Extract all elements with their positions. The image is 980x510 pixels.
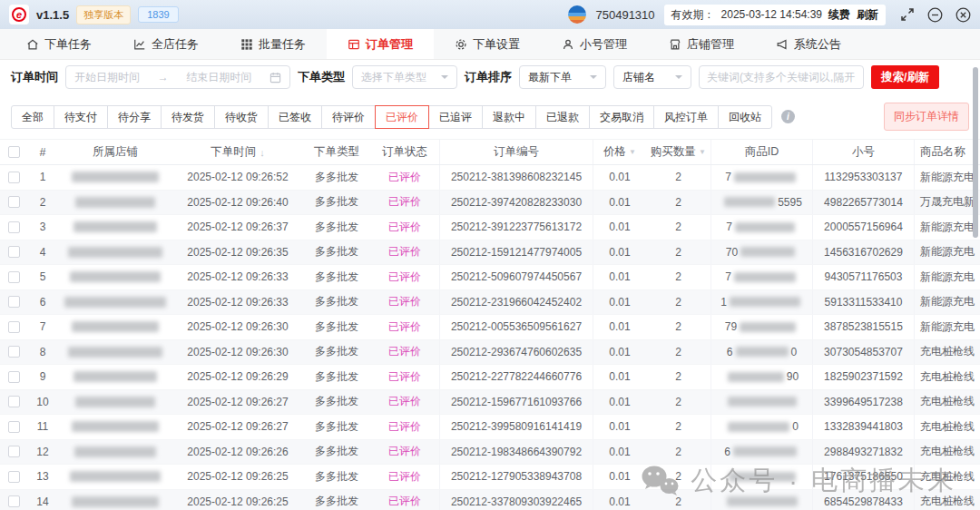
shop-name-select[interactable]: 店铺名 [613, 65, 691, 89]
order-type-label: 下单类型 [298, 69, 345, 85]
col-price: 价格▼ [593, 140, 646, 164]
quantity: 2 [646, 191, 711, 215]
refresh-link[interactable]: 刷新 [857, 7, 878, 23]
table-row: 10 2025-02-12 09:26:27 多多批发 已评价 250212-1… [0, 390, 980, 416]
order-type: 多多批发 [303, 340, 370, 365]
order-type-select[interactable]: 选择下单类型 [352, 65, 457, 89]
row-checkbox[interactable] [8, 495, 20, 507]
nav-item-order-settings[interactable]: 下单设置 [434, 29, 541, 59]
row-checkbox[interactable] [8, 446, 20, 457]
status-tab-4[interactable]: 待收货 [214, 105, 269, 129]
product-name: 新能源充电 [915, 290, 980, 315]
close-icon[interactable] [956, 7, 971, 23]
order-type: 多多批发 [303, 415, 370, 439]
sort-desc-icon[interactable]: ↓ [260, 147, 265, 158]
alt-account-id: 1456316702629 [813, 240, 915, 265]
logo-e-icon: e [12, 7, 26, 22]
row-checkbox[interactable] [8, 321, 20, 333]
product-id-censored: 79 [711, 315, 813, 339]
nav-item-order-management[interactable]: 订单管理 [327, 29, 434, 59]
nav-item-order-task[interactable]: 下单任务 [5, 29, 113, 59]
end-date-placeholder: 结束日期时间 [186, 70, 251, 85]
price: 0.01 [593, 165, 646, 190]
store-name-censored [58, 240, 172, 265]
table-row: 11 2025-02-12 09:26:27 多多批发 已评价 250212-3… [0, 415, 980, 440]
price: 0.01 [593, 315, 646, 339]
quantity: 2 [646, 440, 711, 465]
status-tab-13[interactable]: 回收站 [718, 105, 772, 129]
row-index: 11 [27, 415, 58, 439]
date-range-picker[interactable]: 开始日期时间 → 结束日期时间 [65, 65, 290, 89]
search-refresh-button[interactable]: 搜索/刷新 [871, 65, 939, 89]
row-checkbox[interactable] [8, 271, 20, 283]
status-tab-3[interactable]: 待发货 [161, 105, 215, 129]
nav-item-batch-task[interactable]: 批量任务 [220, 29, 327, 59]
product-name: 充电桩枪线 [915, 415, 980, 439]
status-tab-9[interactable]: 退款中 [482, 105, 536, 129]
nav-item-store-task[interactable]: 全店任务 [113, 29, 220, 59]
quantity: 2 [646, 215, 711, 240]
order-sort-select[interactable]: 最新下单 [519, 65, 606, 89]
row-checkbox[interactable] [8, 221, 20, 233]
fullscreen-icon[interactable] [900, 7, 915, 22]
row-checkbox[interactable] [8, 346, 20, 358]
order-type: 多多批发 [303, 265, 370, 289]
status-tab-12[interactable]: 风控订单 [653, 105, 719, 129]
order-time: 2025-02-12 09:26:26 [172, 440, 303, 465]
titlebar: e v1.1.5 独享版本 1839 750491310 有效期：2025-03… [0, 0, 980, 29]
status-tab-8[interactable]: 已追评 [428, 105, 483, 129]
order-time: 2025-02-12 09:26:33 [172, 290, 303, 315]
nav-item-system-notice[interactable]: 系统公告 [755, 29, 862, 59]
status-tab-0[interactable]: 全部 [11, 105, 54, 129]
row-checkbox[interactable] [8, 371, 20, 383]
order-status: 已评价 [370, 165, 439, 190]
order-status: 已评价 [370, 215, 439, 240]
keyword-input[interactable] [707, 71, 856, 83]
row-checkbox[interactable] [8, 471, 20, 483]
sync-order-details-button[interactable]: 同步订单详情 [884, 103, 969, 131]
status-tab-10[interactable]: 已退款 [535, 105, 590, 129]
nav-item-shop-management[interactable]: 店铺管理 [648, 29, 755, 59]
store-name-censored [58, 265, 172, 289]
nav-item-account-management[interactable]: 小号管理 [541, 29, 648, 59]
row-checkbox[interactable] [8, 172, 20, 183]
status-tab-6[interactable]: 待评价 [321, 105, 376, 129]
status-tabs: 全部待支付待分享待发货待收货已签收待评价已评价已追评退款中已退款交易取消风控订单… [11, 105, 772, 129]
status-tab-1[interactable]: 待支付 [54, 105, 108, 129]
row-checkbox[interactable] [8, 396, 20, 407]
order-number: 250212-005536509561627 [439, 315, 593, 339]
order-time: 2025-02-12 09:26:27 [172, 390, 303, 415]
quantity: 2 [646, 290, 711, 315]
order-number: 250212-159677161093766 [439, 390, 593, 415]
status-tab-11[interactable]: 交易取消 [589, 105, 654, 129]
status-tab-2[interactable]: 待分享 [107, 105, 162, 129]
order-number: 250212-127905338943708 [439, 465, 593, 489]
col-product-name: 商品名称 [915, 140, 980, 164]
order-status: 已评价 [370, 240, 439, 265]
store-name-censored [58, 191, 172, 215]
row-checkbox[interactable] [8, 296, 20, 308]
info-icon[interactable]: i [781, 110, 795, 123]
scrollbar-thumb[interactable] [973, 67, 978, 238]
select-all-checkbox[interactable] [8, 146, 20, 158]
sort-caret-icon[interactable]: ▼ [629, 148, 636, 156]
quantity: 2 [646, 165, 711, 190]
status-tab-7[interactable]: 已评价 [375, 105, 429, 129]
minimize-icon[interactable] [927, 7, 943, 23]
renew-link[interactable]: 续费 [828, 7, 850, 23]
alt-account-id: 1761375186550 [813, 465, 915, 489]
row-checkbox[interactable] [8, 196, 20, 208]
status-tabs-bar: 全部待支付待分享待发货待收货已签收待评价已评价已追评退款中已退款交易取消风控订单… [0, 94, 980, 139]
order-time: 2025-02-12 09:26:25 [172, 490, 303, 510]
order-time: 2025-02-12 09:26:30 [172, 340, 303, 365]
sort-caret-icon[interactable]: ▼ [699, 148, 706, 156]
row-index: 10 [27, 390, 58, 415]
row-checkbox[interactable] [8, 421, 20, 433]
alt-account-id: 3399649517238 [813, 390, 915, 415]
alt-account-id: 2988493271832 [813, 440, 915, 465]
row-index: 14 [27, 490, 58, 510]
status-tab-5[interactable]: 已签收 [268, 105, 322, 129]
table-row: 14 2025-02-12 09:26:25 多多批发 已评价 250212-3… [0, 490, 980, 510]
quantity: 2 [646, 365, 711, 389]
row-checkbox[interactable] [8, 246, 20, 258]
